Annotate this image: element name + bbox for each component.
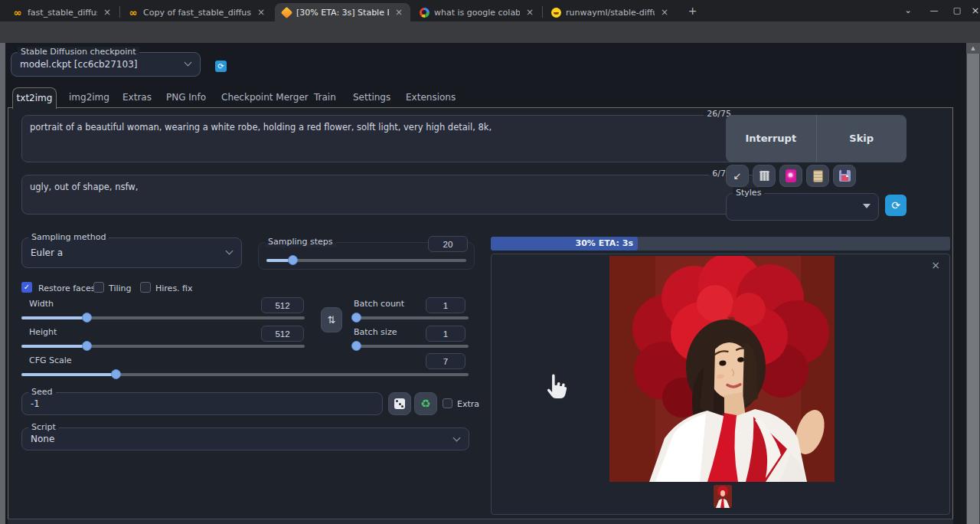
seed-input[interactable]: Seed -1 (21, 392, 383, 415)
huggingface-icon (550, 7, 561, 18)
new-tab-button[interactable]: + (686, 5, 699, 18)
styles-dropdown[interactable]: Styles (726, 193, 879, 221)
tab-extras[interactable]: Extras (122, 87, 152, 108)
window-maximize-button[interactable]: ▢ (951, 5, 963, 16)
save-style-button[interactable] (833, 165, 856, 187)
batch-count-label: Batch count (354, 299, 404, 309)
scrollbar-thumb[interactable] (967, 54, 979, 524)
clear-prompt-button[interactable] (753, 165, 776, 187)
apply-style-button[interactable] (806, 165, 829, 187)
refresh-icon: ⟳ (217, 62, 224, 70)
window-minimize-button[interactable]: — (928, 5, 940, 16)
checkpoint-refresh-button[interactable]: ⟳ (215, 61, 227, 72)
slider-handle[interactable] (82, 341, 92, 351)
generated-image-preview[interactable] (609, 256, 835, 482)
progress-text: 30% ETA: 3s (576, 238, 633, 248)
sampling-method-dropdown[interactable]: Sampling method Euler a (21, 237, 242, 268)
tab-close-icon[interactable]: × (102, 7, 113, 18)
scroll-up-icon[interactable]: ▲ (966, 43, 980, 54)
sampling-steps-label: Sampling steps (265, 237, 336, 247)
page-scrollbar[interactable]: ▲ (966, 43, 980, 524)
slider-handle[interactable] (288, 255, 298, 265)
refresh-icon: ⟳ (891, 199, 900, 211)
batch-size-input[interactable] (426, 326, 466, 342)
script-value: None (22, 428, 469, 450)
reuse-seed-button[interactable]: ♻ (414, 392, 437, 415)
width-label: Width (29, 299, 54, 309)
height-slider[interactable] (21, 345, 305, 348)
sampling-steps-input[interactable] (428, 236, 468, 252)
flower-card-icon (786, 169, 796, 182)
google-icon (419, 7, 430, 18)
batch-size-slider[interactable] (354, 345, 469, 348)
tab-divider (119, 6, 120, 18)
window-close-button[interactable]: × (969, 5, 980, 16)
restore-faces-checkbox[interactable]: ✓ (21, 282, 32, 293)
browser-tabstrip: ∞ fast_stable_diffusion_AUTOMA × ∞ Copy … (0, 0, 980, 21)
checkpoint-label: Stable Diffusion checkpoint (18, 47, 139, 57)
browser-tab-colab-2[interactable]: ∞ Copy of fast_stable_diffusion_/ × (122, 3, 273, 21)
width-slider[interactable] (21, 316, 305, 319)
tiling-checkbox[interactable]: ✓ (93, 282, 104, 293)
prompt-text: portrait of a beautiful woman, wearing a… (30, 122, 492, 133)
batch-size-label: Batch size (354, 327, 397, 337)
width-input[interactable] (261, 297, 304, 313)
extra-seed-checkbox[interactable] (443, 398, 452, 408)
interrupt-button[interactable]: Interrupt (726, 115, 816, 162)
next-panel-edge (8, 519, 953, 524)
sampling-steps-group: Sampling steps (258, 242, 475, 270)
tab-close-icon[interactable]: × (659, 7, 670, 18)
batch-count-slider[interactable] (354, 316, 469, 319)
script-dropdown[interactable]: Script None (21, 427, 469, 450)
trash-icon (760, 171, 769, 181)
style-card-button[interactable] (779, 165, 802, 187)
close-icon[interactable]: × (931, 259, 940, 271)
slider-handle[interactable] (111, 369, 121, 379)
tab-train[interactable]: Train (314, 87, 336, 108)
slider-handle[interactable] (351, 341, 361, 351)
browser-tab-google[interactable]: what is google colab - Google × (413, 3, 541, 21)
tab-close-icon[interactable]: × (256, 7, 266, 18)
progress-bar: 30% ETA: 3s (491, 237, 950, 251)
progress-fill: 30% ETA: 3s (491, 237, 638, 251)
skip-button[interactable]: Skip (817, 115, 907, 162)
tab-close-icon[interactable]: × (524, 7, 535, 18)
checkpoint-dropdown[interactable]: Stable Diffusion checkpoint model.ckpt [… (11, 52, 201, 77)
clipboard-icon (813, 170, 823, 182)
prompt-textarea[interactable]: portrait of a beautiful woman, wearing a… (21, 115, 758, 162)
browser-tab-colab-1[interactable]: ∞ fast_stable_diffusion_AUTOMA × (6, 3, 119, 21)
slider-handle[interactable] (351, 313, 361, 323)
sampling-steps-slider[interactable] (266, 259, 466, 262)
browser-toolbar: ← → ⟳ 9e5e6cc2-c519-4dc5.gradio.live ☆ 2… (0, 21, 980, 43)
tab-png-info[interactable]: PNG Info (166, 87, 206, 108)
random-seed-button[interactable] (388, 392, 411, 415)
tab-checkpoint-merger[interactable]: Checkpoint Merger (221, 87, 309, 108)
tab-title: Copy of fast_stable_diffusion_/ (143, 8, 251, 18)
slider-handle[interactable] (82, 313, 92, 323)
height-input[interactable] (261, 326, 304, 342)
gradio-icon (281, 7, 292, 18)
tab-txt2img[interactable]: txt2img (12, 87, 57, 109)
browser-tab-huggingface[interactable]: runwayml/stable-diffusion-v1 × (544, 3, 676, 21)
seed-label: Seed (28, 387, 56, 398)
styles-label: Styles (733, 188, 764, 198)
tab-close-icon[interactable]: × (394, 7, 404, 18)
tab-img2img[interactable]: img2img (69, 87, 109, 108)
swap-icon: ⇅ (328, 314, 336, 326)
mouse-cursor-hand (541, 369, 571, 408)
hires-fix-checkbox[interactable]: ✓ (140, 282, 151, 293)
negative-prompt-textarea[interactable]: ugly, out of shape, nsfw, 6/75 (21, 175, 758, 215)
tab-settings[interactable]: Settings (353, 87, 390, 108)
recycle-icon: ♻ (420, 397, 430, 411)
batch-count-input[interactable] (426, 297, 466, 313)
styles-refresh-button[interactable]: ⟳ (885, 195, 906, 216)
cfg-scale-input[interactable] (426, 353, 466, 369)
browser-tab-active-gradio[interactable]: [30% ETA: 3s] Stable Diffusion × (275, 3, 410, 21)
gallery-thumbnail[interactable] (714, 485, 732, 508)
cfg-scale-slider[interactable] (21, 373, 469, 376)
swap-dimensions-button[interactable]: ⇅ (321, 307, 342, 332)
window-menu-icon[interactable]: ⌄ (902, 5, 914, 16)
cfg-scale-label: CFG Scale (29, 355, 72, 365)
tab-extensions[interactable]: Extensions (406, 87, 456, 108)
paste-params-button[interactable]: ↙ (726, 165, 749, 187)
